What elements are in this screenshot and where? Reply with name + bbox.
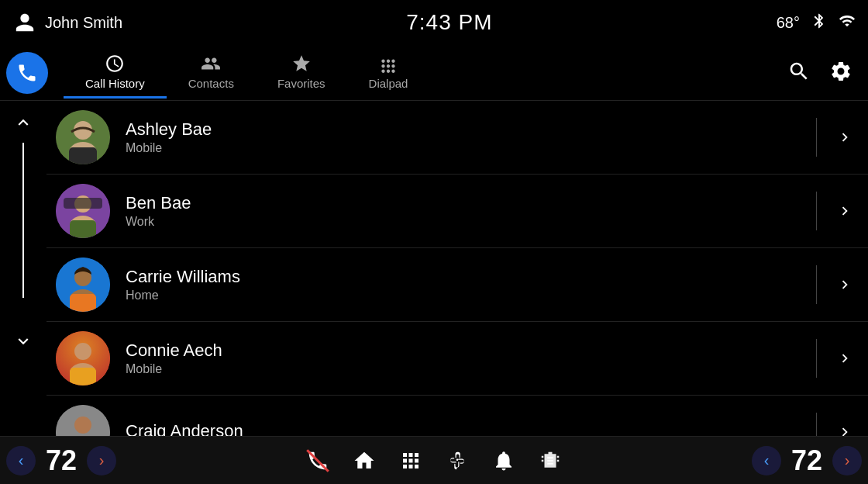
search-button[interactable] xyxy=(787,60,811,86)
left-temp-increase-button[interactable]: › xyxy=(87,446,116,475)
svg-line-24 xyxy=(307,450,329,472)
time-display: 7:43 PM xyxy=(406,10,492,35)
temperature-display: 68° xyxy=(777,14,800,32)
left-temp-control: ‹ 72 › xyxy=(6,444,116,477)
contact-info: Craig Anderson xyxy=(126,421,804,436)
tab-favorites-label: Favorites xyxy=(277,77,326,90)
contact-divider xyxy=(816,118,817,157)
contact-name: Craig Anderson xyxy=(126,421,804,436)
user-name: John Smith xyxy=(45,14,122,32)
contact-avatar xyxy=(56,331,110,385)
scroll-up-button[interactable] xyxy=(9,109,37,137)
contact-avatar xyxy=(56,258,110,312)
contact-type: Mobile xyxy=(126,141,804,155)
contact-chevron-icon[interactable] xyxy=(829,424,868,436)
scroll-track xyxy=(22,143,24,298)
contact-type: Mobile xyxy=(126,362,804,376)
contact-name: Carrie Williams xyxy=(126,267,804,287)
left-temp-value: 72 xyxy=(40,444,82,477)
contact-item[interactable]: Craig Anderson xyxy=(46,396,868,436)
contact-chevron-icon[interactable] xyxy=(829,276,868,293)
tab-contacts[interactable]: Contacts xyxy=(167,47,256,99)
svg-rect-3 xyxy=(69,147,97,164)
left-temp-decrease-button[interactable]: ‹ xyxy=(6,446,36,475)
user-icon xyxy=(12,10,37,35)
settings-button[interactable] xyxy=(829,60,852,86)
rear-defrost-icon[interactable] xyxy=(539,449,562,472)
contact-avatar xyxy=(56,184,110,238)
signal-icon xyxy=(839,12,856,33)
contact-item[interactable]: Connie Aech Mobile xyxy=(46,322,868,396)
contact-avatar xyxy=(56,110,110,164)
contact-item[interactable]: Carrie Williams Home xyxy=(46,248,868,322)
contact-info: Carrie Williams Home xyxy=(126,267,804,302)
home-icon[interactable] xyxy=(353,449,376,472)
contact-avatar xyxy=(56,405,110,436)
contact-divider xyxy=(816,339,817,378)
contact-divider xyxy=(816,413,817,436)
contact-item[interactable]: Ben Bae Work xyxy=(46,175,868,248)
bottom-icons xyxy=(306,449,562,472)
status-bar: John Smith 7:43 PM 68° xyxy=(0,0,868,45)
nav-tabs: Call History Contacts Favorites Dialpad xyxy=(64,47,787,99)
bottom-bar: ‹ 72 › ‹ 72 › xyxy=(0,436,868,484)
tab-contacts-label: Contacts xyxy=(188,77,234,90)
contact-divider xyxy=(816,265,817,304)
right-temp-value: 72 xyxy=(786,444,828,477)
apps-grid-icon[interactable] xyxy=(399,449,422,472)
contact-name: Connie Aech xyxy=(126,341,804,361)
bell-icon[interactable] xyxy=(492,449,515,472)
right-temp-increase-button[interactable]: › xyxy=(832,446,862,475)
contact-name: Ashley Bae xyxy=(126,119,804,140)
status-bar-right: 68° xyxy=(777,12,856,33)
bluetooth-icon xyxy=(811,12,828,33)
tab-dialpad[interactable]: Dialpad xyxy=(347,47,430,99)
contact-divider xyxy=(816,192,817,230)
contact-info: Ashley Bae Mobile xyxy=(126,119,804,155)
contact-chevron-icon[interactable] xyxy=(829,350,868,367)
tab-dialpad-label: Dialpad xyxy=(369,77,408,90)
main-content: Ashley Bae Mobile Ben Bae Wor xyxy=(0,101,868,436)
contact-info: Connie Aech Mobile xyxy=(126,341,804,376)
status-bar-left: John Smith xyxy=(12,10,122,35)
svg-point-15 xyxy=(74,343,91,360)
phone-nav-button[interactable] xyxy=(6,52,48,94)
phone-mute-icon[interactable] xyxy=(306,449,329,472)
contact-chevron-icon[interactable] xyxy=(829,129,868,146)
svg-rect-7 xyxy=(70,220,96,238)
right-temp-decrease-button[interactable]: ‹ xyxy=(752,446,781,475)
svg-rect-17 xyxy=(70,368,96,385)
right-temp-control: ‹ 72 › xyxy=(752,444,862,477)
tab-favorites[interactable]: Favorites xyxy=(256,47,347,99)
contact-list: Ashley Bae Mobile Ben Bae Wor xyxy=(46,101,868,436)
scroll-down-button[interactable] xyxy=(9,327,37,355)
tab-call-history[interactable]: Call History xyxy=(64,47,167,99)
contact-name: Ben Bae xyxy=(126,193,804,213)
contact-type: Work xyxy=(126,215,804,229)
svg-point-20 xyxy=(74,417,91,434)
svg-rect-12 xyxy=(70,294,96,312)
nav-bar: Call History Contacts Favorites Dialpad xyxy=(0,45,868,101)
svg-rect-8 xyxy=(64,198,102,209)
nav-actions xyxy=(787,60,852,86)
contact-type: Home xyxy=(126,289,804,302)
contact-chevron-icon[interactable] xyxy=(829,202,868,220)
contact-item[interactable]: Ashley Bae Mobile xyxy=(46,101,868,175)
scroll-indicator xyxy=(0,101,46,436)
contact-info: Ben Bae Work xyxy=(126,193,804,229)
tab-call-history-label: Call History xyxy=(85,77,145,90)
fan-icon[interactable] xyxy=(446,449,469,472)
